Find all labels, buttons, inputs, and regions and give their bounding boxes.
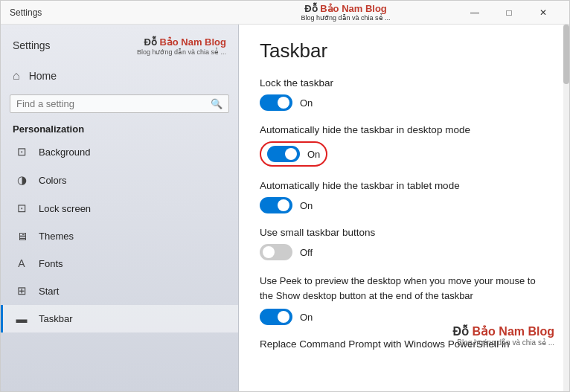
taskbar-icon: ▬ [15,312,28,325]
auto-hide-tablet-toggle-row: On [260,197,548,213]
personalization-label: Personalization [1,119,238,138]
small-buttons-toggle[interactable] [260,244,292,260]
sidebar-item-fonts[interactable]: A Fonts [1,250,238,277]
sidebar-brand-name: Đỗ Bảo Nam Blog [144,36,226,48]
scrollbar-track[interactable] [563,25,569,391]
brand-watermark: Đỗ Bảo Nam Blog Blog hướng dẫn và chia s… [453,324,554,347]
auto-hide-desktop-label: Automatically hide the taskbar in deskto… [260,124,548,135]
highlight-border: On [260,141,327,167]
brand-name: Đỗ Bảo Nam Blog [304,3,387,14]
colors-icon: ◑ [15,173,28,187]
lock-taskbar-label: Lock the taskbar [260,77,548,89]
sidebar-item-colors-label: Colors [39,175,67,186]
watermark-brand-name: Đỗ Bảo Nam Blog [453,325,554,338]
peek-toggle-row: On [260,309,548,325]
lock-screen-icon: ⊡ [15,202,28,215]
background-icon: ⊡ [15,145,28,158]
sidebar-header: Settings Đỗ Bảo Nam Blog Blog hướng dẫn … [1,25,238,62]
sidebar: Settings Đỗ Bảo Nam Blog Blog hướng dẫn … [1,25,239,391]
page-title: Taskbar [260,39,548,62]
sidebar-item-taskbar[interactable]: ▬ Taskbar [1,305,238,332]
peek-toggle-label: On [300,312,313,323]
fonts-icon: A [15,257,28,269]
sidebar-item-taskbar-label: Taskbar [39,313,73,324]
window-controls: — □ ✕ [458,1,560,25]
auto-hide-tablet-toggle[interactable] [260,197,292,213]
lock-taskbar-toggle-row: On [260,94,548,111]
sidebar-item-start-label: Start [39,286,59,297]
small-buttons-toggle-row: Off [260,244,548,260]
sidebar-item-start[interactable]: ⊞ Start [1,277,238,305]
titlebar: Settings Đỗ Bảo Nam Blog Blog hướng dẫn … [1,1,569,25]
sidebar-item-background-label: Background [39,147,90,158]
auto-hide-tablet-label: Automatically hide the taskbar in tablet… [260,180,548,191]
maximize-button[interactable]: □ [492,1,526,25]
setting-peek: Use Peek to preview the desktop when you… [260,274,548,325]
sidebar-item-themes[interactable]: 🖥 Themes [1,222,238,250]
auto-hide-desktop-toggle[interactable] [267,146,300,162]
sidebar-item-themes-label: Themes [39,231,74,242]
settings-window: Settings Đỗ Bảo Nam Blog Blog hướng dẫn … [0,0,570,392]
window-title: Settings [10,7,234,18]
search-box[interactable]: 🔍 [10,94,229,113]
minimize-button[interactable]: — [458,1,492,25]
auto-hide-tablet-toggle-label: On [300,200,313,211]
setting-lock-taskbar: Lock the taskbar On [260,77,548,111]
small-buttons-toggle-label: Off [300,247,313,258]
main-content: Settings Đỗ Bảo Nam Blog Blog hướng dẫn … [1,25,569,391]
right-panel: Taskbar Lock the taskbar On Automaticall… [239,25,569,391]
small-buttons-label: Use small taskbar buttons [260,227,548,238]
titlebar-brand: Đỗ Bảo Nam Blog Blog hướng dẫn và chia s… [234,3,458,22]
home-icon: ⌂ [13,69,20,83]
auto-hide-desktop-toggle-label: On [307,149,320,160]
watermark-brand-sub: Blog hướng dẫn và chia sẻ ... [453,338,554,347]
themes-icon: 🖥 [15,230,28,242]
sidebar-item-lock-screen-label: Lock screen [39,203,91,214]
home-label: Home [29,70,57,82]
close-button[interactable]: ✕ [526,1,560,25]
sidebar-item-home[interactable]: ⌂ Home [1,62,238,90]
lock-taskbar-toggle[interactable] [260,94,292,111]
sidebar-brand-sub: Blog hướng dẫn và chia sẻ ... [137,48,226,56]
sidebar-item-lock-screen[interactable]: ⊡ Lock screen [1,194,238,222]
sidebar-brand: Đỗ Bảo Nam Blog Blog hướng dẫn và chia s… [137,35,226,56]
sidebar-title: Settings [13,39,51,51]
setting-small-buttons: Use small taskbar buttons Off [260,227,548,260]
brand-subtitle: Blog hướng dẫn và chia sẻ ... [234,14,458,22]
sidebar-item-background[interactable]: ⊡ Background [1,138,238,166]
sidebar-item-colors[interactable]: ◑ Colors [1,166,238,194]
search-input[interactable] [16,98,211,109]
start-icon: ⊞ [15,284,28,298]
setting-auto-hide-desktop: Automatically hide the taskbar in deskto… [260,124,548,167]
lock-taskbar-toggle-label: On [300,97,313,109]
search-icon: 🔍 [211,98,222,109]
sidebar-item-fonts-label: Fonts [39,258,63,269]
peek-description: Use Peek to preview the desktop when you… [260,274,548,303]
auto-hide-desktop-toggle-row: On [260,141,548,167]
nav-items: ⊡ Background ◑ Colors ⊡ Lock screen 🖥 Th… [1,138,238,332]
setting-auto-hide-tablet: Automatically hide the taskbar in tablet… [260,180,548,213]
scrollbar-thumb[interactable] [563,25,569,84]
peek-toggle[interactable] [260,309,292,325]
